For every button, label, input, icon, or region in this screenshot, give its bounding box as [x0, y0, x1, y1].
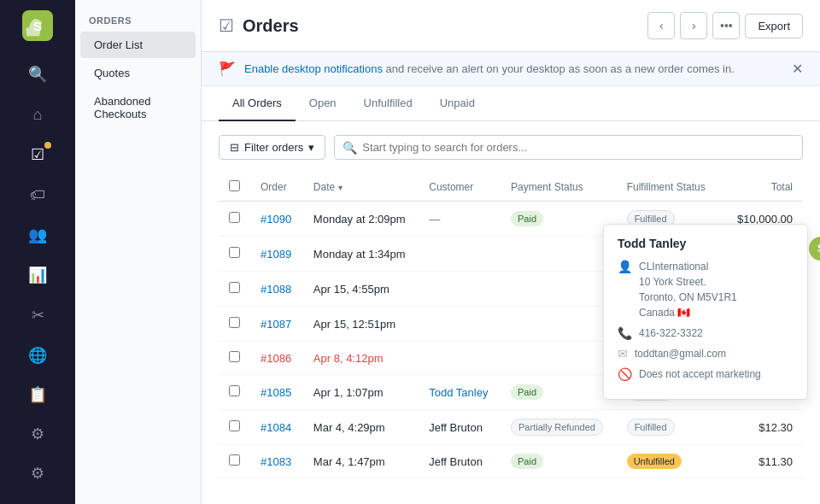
order-date: Monday at 1:34pm [303, 237, 419, 272]
nav-item-order-list[interactable]: Order List [80, 32, 196, 58]
more-button[interactable]: ••• [712, 12, 740, 39]
order-customer: — [419, 202, 501, 237]
row-checkbox[interactable] [229, 420, 240, 431]
export-button[interactable]: Export [745, 14, 803, 38]
order-date: Apr 8, 4:12pm [303, 342, 419, 375]
main-content: ☑ Orders ‹ › ••• Export 🚩 Enable desktop… [202, 0, 820, 504]
order-payment [501, 272, 617, 307]
tooltip-address-row: 👤 CLInternational 10 York Street. Toront… [618, 259, 794, 320]
tab-open[interactable]: Open [296, 86, 350, 121]
notification-close-button[interactable]: ✕ [792, 61, 803, 77]
sidebar-channels-icon[interactable]: 📋 [19, 376, 56, 413]
shopify-logo[interactable]: S [22, 10, 53, 41]
row-checkbox[interactable] [229, 351, 240, 362]
row-checkbox[interactable] [229, 385, 240, 396]
order-customer [419, 307, 501, 342]
row-checkbox[interactable] [229, 317, 240, 328]
order-total: $12.30 [718, 410, 803, 445]
order-link[interactable]: #1088 [261, 283, 291, 296]
sidebar-admin-icon[interactable]: ⚙ [19, 454, 56, 492]
order-date: Apr 15, 4:55pm [303, 272, 419, 307]
sidebar: S 🔍 ⌂ ☑ 🏷 👥 📊 ✂ 🌐 📋 ⚙ ⚙ [0, 0, 75, 504]
select-all-checkbox[interactable] [229, 180, 240, 191]
orders-badge [44, 142, 51, 149]
table-row: #1083 Mar 4, 1:47pm Jeff Bruton Paid Unf… [219, 445, 803, 478]
header-actions: ‹ › ••• Export [647, 12, 803, 39]
tooltip-email-icon: ✉ [618, 347, 628, 360]
back-button[interactable]: ‹ [647, 12, 675, 39]
tooltip-marketing-row: 🚫 Does not accept marketing [618, 366, 794, 382]
filter-chevron-icon: ▾ [308, 141, 314, 154]
tab-unpaid[interactable]: Unpaid [426, 86, 489, 121]
order-payment: Paid [501, 445, 617, 478]
tooltip-phone-icon: 📞 [618, 326, 632, 340]
order-link[interactable]: #1089 [261, 248, 291, 261]
nav-item-abandoned-checkouts[interactable]: Abandoned Checkouts [80, 88, 196, 127]
order-link[interactable]: #1087 [261, 318, 291, 331]
order-link[interactable]: #1085 [261, 386, 291, 399]
forward-button[interactable]: › [680, 12, 707, 39]
order-payment [501, 237, 617, 272]
col-customer: Customer [419, 173, 501, 202]
search-input[interactable] [334, 135, 803, 160]
orders-title-icon: ☑ [219, 15, 234, 36]
sidebar-search-icon[interactable]: 🔍 [19, 56, 56, 93]
order-customer: Todd Tanley [419, 375, 501, 410]
tab-all-orders[interactable]: All Orders [219, 86, 296, 121]
order-link[interactable]: #1083 [261, 455, 291, 468]
tooltip-phone-row: 📞 416-322-3322 [618, 325, 794, 341]
row-checkbox[interactable] [229, 212, 240, 223]
select-all-header [219, 173, 250, 202]
order-customer: Jeff Bruton [419, 410, 501, 445]
order-payment [501, 342, 617, 375]
customer-link[interactable]: Todd Tanley [429, 386, 488, 399]
sidebar-marketing-icon[interactable]: ✂ [19, 296, 56, 333]
col-payment-status: Payment Status [501, 173, 617, 202]
order-total: $11.30 [718, 445, 803, 478]
col-fulfillment-status: Fulfillment Status [617, 173, 718, 202]
row-checkbox[interactable] [229, 454, 240, 466]
notification-text: Enable desktop notifications and receive… [244, 62, 735, 75]
sidebar-orders-icon[interactable]: ☑ [19, 137, 56, 173]
order-link[interactable]: #1084 [261, 421, 291, 434]
table-row: #1084 Mar 4, 4:29pm Jeff Bruton Partiall… [219, 410, 803, 445]
left-nav: ORDERS Order List Quotes Abandoned Check… [75, 0, 202, 504]
filter-label: Filter orders [244, 141, 303, 154]
col-total: Total [718, 173, 803, 202]
svg-text:S: S [33, 19, 42, 33]
order-fulfillment: Unfulfilled [617, 445, 718, 478]
sidebar-home-icon[interactable]: ⌂ [19, 97, 56, 133]
sidebar-customers-icon[interactable]: 👥 [19, 216, 56, 253]
notification-banner: 🚩 Enable desktop notifications and recei… [202, 52, 820, 86]
tooltip-marketing: Does not accept marketing [639, 366, 761, 382]
notification-flag-icon: 🚩 [219, 61, 236, 77]
order-payment [501, 307, 617, 342]
row-checkbox[interactable] [229, 247, 240, 258]
tooltip-address-icon: 👤 [618, 260, 632, 273]
tab-unfulfilled[interactable]: Unfulfilled [350, 86, 426, 121]
col-date[interactable]: Date ▾ [303, 173, 419, 202]
order-date: Mar 4, 4:29pm [303, 410, 419, 445]
sidebar-analytics-icon[interactable]: 📊 [19, 256, 56, 293]
order-date: Monday at 2:09pm [303, 202, 419, 237]
order-customer [419, 272, 501, 307]
tooltip-address-text: CLInternational 10 York Street. Toronto,… [639, 259, 737, 320]
sidebar-tags-icon[interactable]: 🏷 [19, 177, 56, 214]
order-link[interactable]: #1086 [261, 352, 291, 365]
tooltip-email-row: ✉ toddtan@gmail.com [618, 346, 794, 361]
sidebar-settings-icon[interactable]: ⚙ [19, 415, 56, 453]
notification-link[interactable]: Enable desktop notifications [244, 62, 383, 75]
filter-orders-button[interactable]: ⊟ Filter orders ▾ [219, 135, 325, 160]
nav-item-quotes[interactable]: Quotes [80, 60, 196, 86]
tooltip-marketing-icon: 🚫 [618, 367, 632, 381]
row-checkbox[interactable] [229, 282, 240, 293]
order-customer [419, 237, 501, 272]
col-order: Order [250, 173, 303, 202]
order-link[interactable]: #1090 [261, 213, 291, 226]
search-wrap: 🔍 [334, 135, 803, 160]
order-date: Apr 1, 1:07pm [303, 375, 419, 410]
left-nav-header: ORDERS [75, 7, 201, 31]
sidebar-globe-icon[interactable]: 🌐 [19, 337, 56, 374]
filter-icon: ⊟ [230, 141, 239, 154]
order-date: Apr 15, 12:51pm [303, 307, 419, 342]
